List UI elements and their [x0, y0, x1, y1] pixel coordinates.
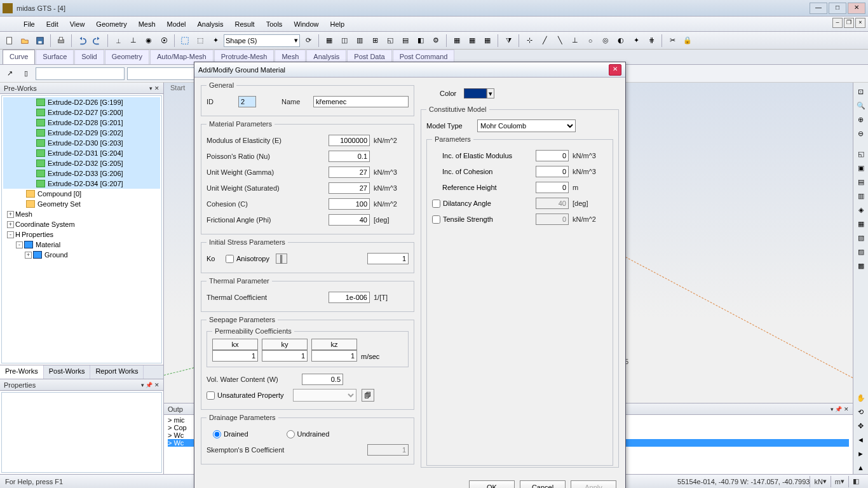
const-check-4[interactable] — [432, 215, 440, 224]
minimize-button[interactable]: — — [810, 3, 827, 14]
output-pin-icon[interactable]: ▾ 📌 ✕ — [831, 406, 849, 412]
tab-preworks[interactable]: Pre-Works — [0, 365, 44, 379]
mesh3-icon[interactable]: ▥ — [353, 34, 367, 48]
view-iso-icon[interactable]: ◱ — [855, 147, 867, 160]
geo3-icon[interactable]: ╲ — [553, 34, 567, 48]
undrained-radio[interactable] — [287, 430, 295, 438]
matparam-input-3[interactable] — [329, 182, 370, 194]
menu-help[interactable]: Help — [325, 18, 351, 30]
snap2-icon[interactable]: ⊥ — [126, 34, 140, 48]
geo8-icon[interactable]: ✦ — [629, 34, 643, 48]
mesh7-icon[interactable]: ◧ — [414, 34, 428, 48]
color-dropdown[interactable]: ▾ — [487, 88, 494, 98]
view-back-icon[interactable]: ▦ — [855, 217, 867, 230]
refresh-icon[interactable]: ⟳ — [301, 34, 315, 48]
const-input-1[interactable] — [536, 166, 569, 177]
undo-icon[interactable] — [75, 34, 89, 48]
view-front-icon[interactable]: ▤ — [855, 175, 867, 188]
menu-view[interactable]: View — [64, 18, 91, 30]
name-input[interactable] — [313, 96, 409, 107]
mesh2-icon[interactable]: ◫ — [337, 34, 351, 48]
geo5-icon[interactable]: ○ — [583, 34, 597, 48]
shape-combo[interactable]: Shape (S)▾ — [224, 34, 300, 47]
thermal-coef-input[interactable] — [329, 292, 370, 303]
status-unit-force[interactable]: kN ▾ — [810, 476, 830, 487]
volwater-input[interactable] — [302, 374, 343, 385]
nav1-icon[interactable]: ◄ — [855, 433, 867, 446]
tree-item[interactable]: Geometry Set — [3, 199, 160, 209]
status-toggle[interactable]: ◧ — [848, 476, 863, 487]
save-icon[interactable] — [33, 34, 47, 48]
ko-input[interactable] — [367, 253, 409, 264]
view-persp-icon[interactable]: ◈ — [855, 203, 867, 216]
new-icon[interactable] — [3, 34, 17, 48]
print-icon[interactable] — [54, 34, 68, 48]
move-icon[interactable]: ✥ — [855, 419, 867, 432]
kz-input[interactable] — [311, 350, 357, 362]
nav2-icon[interactable]: ► — [855, 447, 867, 460]
status-unit-length[interactable]: m ▾ — [831, 476, 848, 487]
geo6-icon[interactable]: ◎ — [599, 34, 613, 48]
menu-geometry[interactable]: Geometry — [90, 18, 132, 30]
cancel-button[interactable]: Cancel — [520, 480, 566, 488]
tree-item[interactable]: Extrude-D2-D30 [G:203] — [3, 138, 160, 148]
snap3-icon[interactable]: ◉ — [142, 34, 156, 48]
menu-file[interactable]: File — [18, 18, 41, 30]
view-zoomin-icon[interactable]: ⊕ — [855, 113, 867, 126]
tree-item[interactable]: Extrude-D2-D29 [G:202] — [3, 128, 160, 138]
tab-reportworks[interactable]: Report Works — [90, 365, 144, 379]
tree-item[interactable]: Extrude-D2-D27 [G:200] — [3, 107, 160, 118]
anisotropy-check[interactable] — [226, 255, 234, 263]
snap1-icon[interactable]: ⟂ — [111, 34, 125, 48]
dialog-close-button[interactable]: ✕ — [609, 64, 621, 76]
view-bottom-icon[interactable]: ▧ — [855, 231, 867, 244]
grid2-icon[interactable]: ▦ — [465, 34, 479, 48]
menu-window[interactable]: Window — [288, 18, 324, 30]
select2-icon[interactable]: ⬚ — [193, 34, 207, 48]
matparam-input-4[interactable] — [329, 198, 370, 210]
point-icon[interactable]: ✦ — [208, 34, 222, 48]
tree-view[interactable]: Extrude-D2-D26 [G:199]Extrude-D2-D27 [G:… — [1, 95, 162, 363]
tree-item[interactable]: -Material — [3, 240, 160, 250]
cmd2-icon[interactable]: ▯ — [19, 67, 33, 81]
tree-item[interactable]: +Coordinate System — [3, 219, 160, 229]
color-swatch[interactable] — [464, 88, 487, 98]
rotate-icon[interactable]: ⟲ — [855, 405, 867, 418]
tab-postworks[interactable]: Post-Works — [44, 365, 91, 379]
gear-icon[interactable]: ⚙ — [429, 34, 443, 48]
tab-solid[interactable]: Solid — [74, 50, 104, 64]
matparam-input-1[interactable] — [329, 151, 370, 162]
anisotropy-button[interactable]: ║ — [276, 254, 287, 264]
const-input-0[interactable] — [536, 150, 569, 161]
view-top-icon[interactable]: ▣ — [855, 161, 867, 174]
tree-item[interactable]: Extrude-D2-D28 [G:201] — [3, 118, 160, 128]
drained-radio[interactable] — [213, 430, 221, 438]
maximize-button[interactable]: □ — [829, 3, 846, 14]
view-side-icon[interactable]: ▥ — [855, 189, 867, 202]
geo4-icon[interactable]: ⊥ — [568, 34, 582, 48]
const-input-2[interactable] — [536, 182, 569, 193]
mdi-minimize[interactable]: – — [832, 18, 843, 28]
unsaturated-edit-button[interactable]: 🗐 — [362, 389, 374, 402]
ok-button[interactable]: OK — [469, 480, 515, 488]
props-pin-icon[interactable]: ▾ 📌 ✕ — [141, 382, 159, 388]
view-left-icon[interactable]: ▨ — [855, 245, 867, 258]
tab-geometry[interactable]: Geometry — [105, 50, 149, 64]
view-zoom-icon[interactable]: 🔍 — [855, 99, 867, 112]
tree-item[interactable]: Extrude-D2-D33 [G:206] — [3, 168, 160, 179]
menu-tools[interactable]: Tools — [261, 18, 288, 30]
cmd1-icon[interactable]: ↗ — [3, 67, 17, 81]
panel-pin-icon[interactable]: ▾ ✕ — [149, 85, 159, 92]
tree-item[interactable]: +Ground — [3, 250, 160, 260]
model-type-select[interactable]: Mohr Coulomb — [477, 119, 576, 132]
tree-item[interactable]: Compound [0] — [3, 189, 160, 199]
mesh6-icon[interactable]: ▤ — [398, 34, 412, 48]
const-check-3[interactable] — [432, 200, 440, 208]
geo2-icon[interactable]: ╱ — [538, 34, 552, 48]
tree-item[interactable]: Extrude-D2-D31 [G:204] — [3, 148, 160, 158]
snap4-icon[interactable]: ⦿ — [157, 34, 171, 48]
view-zoomout-icon[interactable]: ⊖ — [855, 127, 867, 140]
tree-item[interactable]: +Mesh — [3, 209, 160, 219]
menu-mesh[interactable]: Mesh — [133, 18, 161, 30]
matparam-input-2[interactable] — [329, 166, 370, 178]
